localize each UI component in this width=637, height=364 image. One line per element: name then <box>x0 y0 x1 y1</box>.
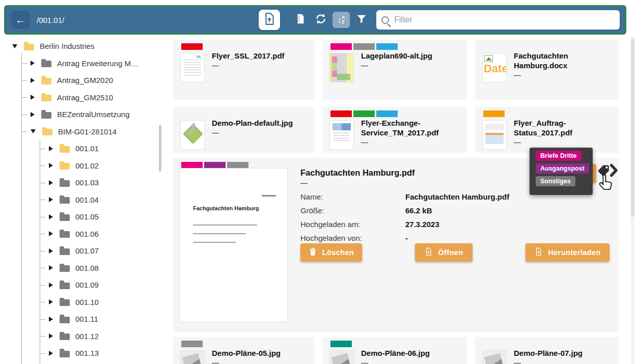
folder-icon <box>60 214 70 221</box>
caret-right-icon[interactable] <box>49 351 53 356</box>
description-dash: — <box>361 358 368 364</box>
document-button[interactable] <box>292 12 309 28</box>
download-button[interactable]: Herunterladen <box>525 243 610 262</box>
file-title: Fachgutachten Hamburg.docx <box>514 51 614 70</box>
preview-text-line <box>193 242 236 243</box>
caret-down-icon[interactable] <box>31 129 36 133</box>
upload-file-icon <box>263 12 276 27</box>
back-button[interactable]: ← <box>11 11 30 29</box>
alt-text: Date <box>484 62 507 75</box>
tree-item-bim-g01-281014[interactable]: BIM-G01-281014 <box>4 123 159 141</box>
caret-right-icon[interactable] <box>49 283 53 288</box>
caret-right-icon[interactable] <box>49 231 53 236</box>
file-thumbnail <box>180 120 205 150</box>
open-button[interactable]: Öffnen <box>415 243 473 262</box>
caret-right-icon[interactable] <box>49 180 53 185</box>
caret-down-icon[interactable] <box>12 44 17 48</box>
refresh-button[interactable] <box>312 12 329 28</box>
tag-popup-menu: Briefe Dritte Ausgangspost Sonstiges <box>530 148 593 195</box>
folder-icon <box>60 180 70 187</box>
folder-icon <box>41 95 51 101</box>
tree-item[interactable]: 001.06 <box>4 226 159 243</box>
tree-item[interactable]: 001.02 <box>4 157 159 175</box>
tree-item[interactable]: 001.09 <box>4 276 159 294</box>
caret-right-icon[interactable] <box>49 299 53 304</box>
file-title: Flyer_SSL_2017.pdf <box>212 51 309 61</box>
tag-color-bar <box>376 110 398 117</box>
folder-icon <box>41 112 51 119</box>
detail-field-row: Hochgeladen von: - <box>300 231 606 245</box>
tag-color-bar <box>330 110 352 117</box>
file-card[interactable]: Flyer_SSL_2017.pdf — <box>173 40 314 100</box>
caret-right-icon[interactable] <box>49 146 53 151</box>
file-card[interactable]: Flyer_Auftrag-Status_2017.pdf — <box>475 107 619 153</box>
file-card[interactable]: Date Fachgutachten Hamburg.docx — <box>475 40 619 100</box>
caret-right-icon[interactable] <box>31 95 35 100</box>
tree-item[interactable]: 001.01 <box>4 140 159 157</box>
toolbar: ← /001.01/ <box>4 5 626 35</box>
file-card[interactable]: Lageplan690-alt.jpg — <box>322 40 467 100</box>
file-card[interactable]: Demo-Plan-default.jpg — <box>173 107 314 153</box>
folder-icon <box>60 317 70 323</box>
tree-item[interactable]: Antrag_GM2510 <box>4 89 159 106</box>
tree-item[interactable]: 001.07 <box>4 242 159 260</box>
tree-item[interactable]: Antrag Erweiterung M… <box>4 55 159 72</box>
tree-item[interactable]: BEZentralUmsetzung <box>4 106 159 123</box>
tag-menu-item[interactable]: Briefe Dritte <box>536 151 581 161</box>
tree-item[interactable]: 001.05 <box>4 208 159 226</box>
preview-text-line <box>193 233 246 234</box>
tree-item[interactable]: 001.04 <box>4 191 159 209</box>
caret-right-icon[interactable] <box>49 214 53 219</box>
description-dash: — <box>361 61 368 69</box>
caret-right-icon[interactable] <box>49 248 53 254</box>
file-card[interactable]: Demo-Pläne-06.jpg — <box>322 337 467 364</box>
description-dash: — <box>514 358 521 364</box>
file-title: Demo-Pläne-05.jpg <box>212 348 309 358</box>
caret-right-icon[interactable] <box>49 197 53 202</box>
filter-input[interactable] <box>394 15 615 24</box>
folder-icon <box>60 351 70 357</box>
refresh-icon <box>315 13 327 27</box>
tag-menu-item[interactable]: Sonstiges <box>536 176 575 186</box>
caret-right-icon[interactable] <box>31 61 35 66</box>
tree-item[interactable]: 001.13 <box>4 345 159 362</box>
filter-button[interactable] <box>353 12 370 28</box>
folder-icon <box>41 61 51 67</box>
file-card[interactable]: Flyer-Exchange-Service_TM_2017.pdf — <box>322 107 467 153</box>
tag-color-bar <box>376 43 398 50</box>
tag-bar-row <box>483 110 505 117</box>
search-icon <box>381 16 389 24</box>
tag-menu-item[interactable]: Ausgangspost <box>536 163 589 174</box>
delete-button[interactable]: Löschen <box>300 243 362 262</box>
tree-item[interactable]: 001.12 <box>4 328 159 345</box>
folder-icon <box>60 146 70 153</box>
folder-icon <box>60 163 70 170</box>
file-card[interactable]: Demo-Pläne-07.jpg — <box>475 337 619 364</box>
tree-item[interactable]: 001.08 <box>4 260 159 277</box>
sort-az-icon: ↓ AZ <box>338 15 345 25</box>
caret-right-icon[interactable] <box>49 163 53 168</box>
upload-file-button[interactable] <box>259 10 280 30</box>
folder-icon <box>42 129 52 135</box>
preview-date-line <box>262 195 276 197</box>
caret-right-icon[interactable] <box>49 317 53 322</box>
folder-icon <box>60 333 70 340</box>
tag-color-bar <box>353 43 375 50</box>
tree-item[interactable]: 001.03 <box>4 174 159 191</box>
caret-right-icon[interactable] <box>31 112 35 117</box>
tag-bar-row <box>330 110 398 117</box>
caret-right-icon[interactable] <box>31 78 35 83</box>
file-card[interactable]: Demo-Pläne-05.jpg — <box>173 337 314 364</box>
sort-button[interactable]: ↓ AZ <box>333 12 350 28</box>
tree-item[interactable]: 001.10 <box>4 294 159 311</box>
caret-right-icon[interactable] <box>49 333 53 339</box>
sidebar-scrollbar-thumb[interactable] <box>159 125 161 172</box>
tree-item[interactable]: Antrag_GM2020 <box>4 72 159 89</box>
file-title: Demo-Pläne-06.jpg <box>361 348 462 358</box>
tree-item[interactable]: 001.11 <box>4 311 159 328</box>
trash-icon <box>309 247 317 258</box>
pdf-preview[interactable]: Fachgutachten Hamburg <box>179 168 288 322</box>
caret-right-icon[interactable] <box>49 265 53 270</box>
tree-item-berlin-industries[interactable]: Berlin Industries <box>4 38 159 55</box>
main-scrollbar-thumb[interactable] <box>631 39 634 217</box>
